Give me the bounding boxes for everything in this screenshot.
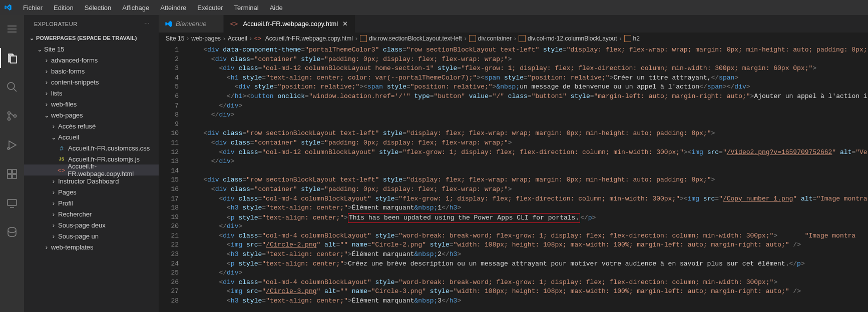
tab-Accueil.fr-FR.webpage.copy.html[interactable]: <>Accueil.fr-FR.webpage.copy.html✕ — [224, 15, 355, 32]
line-number: 24 — [159, 260, 179, 269]
code-line[interactable]: <div class="row sectionBlockLayout text-… — [188, 176, 868, 185]
code-line[interactable]: <div class="row sectionBlockLayout text-… — [188, 129, 868, 138]
menu-bar: FichierEditionSélectionAffichageAtteindr… — [18, 2, 288, 14]
tree-file-Accueil.fr-FR.customcss.css[interactable]: #Accueil.fr-FR.customcss.css — [24, 142, 159, 154]
code-line[interactable]: <div style="position: relative;"><span s… — [188, 82, 868, 92]
tree-folder-basic-forms[interactable]: ›basic-forms — [24, 66, 159, 76]
menu-fichier[interactable]: Fichier — [18, 2, 48, 14]
line-number: 19 — [159, 213, 179, 222]
breadcrumb-Accueil[interactable]: Accueil — [228, 35, 247, 42]
tree-folder-root[interactable]: ⌄Site 15 — [24, 44, 159, 54]
code-line[interactable]: <p style="text-align: center;">This has … — [188, 213, 868, 222]
tree-folder-lists[interactable]: ›lists — [24, 88, 159, 98]
code-line[interactable]: <h3 style="text-align: center;">Élément … — [188, 296, 868, 306]
line-number: 8 — [159, 110, 179, 120]
code-line[interactable]: <img src="/Circle-3.png" alt="" name="Ci… — [188, 287, 868, 296]
menu-atteindre[interactable]: Atteindre — [155, 2, 191, 14]
breadcrumb-separator-icon: › — [620, 35, 622, 42]
menu-edition[interactable]: Edition — [49, 2, 79, 14]
chevron-right-icon: › — [50, 210, 57, 218]
tree-folder-Accès refusé[interactable]: ›Accès refusé — [24, 120, 159, 132]
run-debug-icon[interactable] — [0, 135, 24, 155]
code-line[interactable]: <div class="col-md-4 columnBlockLayout" … — [188, 232, 868, 241]
code-line[interactable]: <div class="col-md-12 columnBlockLayout … — [188, 64, 868, 74]
power-platform-icon[interactable] — [0, 222, 24, 242]
line-number: 26 — [159, 278, 179, 288]
workspace-header[interactable]: ⌄POWERPAGES (ESPACE DE TRAVAIL) — [24, 32, 159, 44]
breadcrumb-web-pages[interactable]: web-pages — [191, 35, 221, 42]
breadcrumb-h2[interactable]: h2 — [624, 35, 640, 42]
code-line[interactable] — [188, 166, 868, 176]
menu-aide[interactable]: Aide — [265, 2, 288, 14]
svg-point-4 — [8, 148, 10, 150]
code-line[interactable]: <div class="col-md-4 columnBlockLayout" … — [188, 194, 868, 204]
tree-folder-web-files[interactable]: ›web-files — [24, 98, 159, 110]
tree-folder-advanced-forms[interactable]: ›advanced-forms — [24, 54, 159, 66]
tree-folder-web-templates[interactable]: ›web-templates — [24, 242, 159, 252]
menu-terminal[interactable]: Terminal — [229, 2, 264, 14]
tree-folder-content-snippets[interactable]: ›content-snippets — [24, 76, 159, 88]
code-line[interactable]: </div> — [188, 222, 868, 232]
code-line[interactable]: <div class="container" style="padding: 0… — [188, 138, 868, 148]
code-line[interactable]: <p style="text-align: center;">Créez une… — [188, 260, 868, 269]
line-number: 11 — [159, 138, 179, 148]
tree-folder-Profil[interactable]: ›Profil — [24, 198, 159, 208]
line-number: 10 — [159, 129, 179, 138]
editor-area: Bienvenue✕<>Accueil.fr-FR.webpage.copy.h… — [159, 15, 868, 312]
code-line[interactable]: <div data-component-theme="portalThemeCo… — [188, 46, 868, 55]
code-line[interactable]: </div> "Image montra — [188, 268, 868, 278]
svg-point-0 — [8, 82, 15, 90]
tree-folder-Rechercher[interactable]: ›Rechercher — [24, 208, 159, 220]
explorer-icon[interactable] — [0, 48, 24, 68]
tree-folder-Sous-page deux[interactable]: ›Sous-page deux — [24, 220, 159, 230]
code-line[interactable]: <div class="col-md-12 columnBlockLayout"… — [188, 148, 868, 158]
search-icon[interactable] — [0, 77, 24, 97]
chevron-right-icon: › — [43, 89, 50, 97]
more-actions-icon[interactable]: ⋯ — [144, 20, 150, 27]
tabs-bar: Bienvenue✕<>Accueil.fr-FR.webpage.copy.h… — [159, 15, 868, 32]
code-line[interactable]: </div> — [188, 157, 868, 166]
breadcrumbs[interactable]: Site 15›web-pages›Accueil›<>Accueil.fr-F… — [159, 32, 868, 44]
code-line[interactable]: <h1 style="text-align: center; color: va… — [188, 74, 868, 83]
code-line[interactable]: </div> — [188, 102, 868, 111]
source-control-icon[interactable] — [0, 106, 24, 126]
breadcrumb-separator-icon: › — [223, 35, 225, 42]
code-line[interactable]: <h3 style="text-align: center;">Élément … — [188, 250, 868, 260]
code-line[interactable] — [188, 120, 868, 130]
menu-exécuter[interactable]: Exécuter — [192, 2, 228, 14]
breadcrumb-div.row.sectionBlockLayout.text-left[interactable]: div.row.sectionBlockLayout.text-left — [360, 35, 462, 42]
code-content[interactable]: <div data-component-theme="portalThemeCo… — [188, 44, 868, 312]
tab-Bienvenue[interactable]: Bienvenue✕ — [159, 15, 224, 32]
breadcrumb-Accueil.fr-FR.webpage.copy.html[interactable]: <>Accueil.fr-FR.webpage.copy.html — [254, 35, 353, 42]
code-editor[interactable]: 1234567891011121314151617181920212223242… — [159, 44, 868, 312]
menu-icon[interactable] — [0, 19, 24, 39]
close-icon[interactable]: ✕ — [341, 20, 349, 28]
remote-icon[interactable] — [0, 193, 24, 213]
code-line[interactable]: </div> — [188, 110, 868, 120]
code-line[interactable]: </h1><button onclick="window.location.hr… — [188, 92, 868, 102]
line-number: 25 — [159, 268, 179, 278]
css-file-icon: # — [57, 144, 66, 152]
code-line[interactable]: <h3 style="text-align: center;">Élément … — [188, 204, 868, 213]
chevron-right-icon: › — [50, 122, 57, 130]
svg-point-1 — [8, 112, 11, 114]
html-file-icon: <> — [254, 35, 261, 42]
chevron-down-icon: ⌄ — [28, 34, 35, 42]
menu-sélection[interactable]: Sélection — [80, 2, 116, 14]
tree-folder-Pages[interactable]: ›Pages — [24, 186, 159, 198]
breadcrumb-Site 15[interactable]: Site 15 — [166, 35, 184, 42]
extensions-icon[interactable] — [0, 164, 24, 184]
code-line[interactable]: <div class="container" style="padding: 0… — [188, 55, 868, 64]
sidebar-header: EXPLORATEUR ⋯ — [24, 15, 159, 32]
menu-affichage[interactable]: Affichage — [117, 2, 154, 14]
breadcrumb-div.container[interactable]: div.container — [469, 35, 512, 42]
code-line[interactable]: <img src="/Circle-2.png" alt="" name="Ci… — [188, 240, 868, 250]
tree-folder-web-pages[interactable]: ⌄web-pages — [24, 110, 159, 120]
code-line[interactable]: <div class="container" style="padding: 0… — [188, 185, 868, 194]
tree-folder-accueil[interactable]: ⌄Accueil — [24, 132, 159, 142]
breadcrumb-div.col-md-12.columnBlockLayout[interactable]: div.col-md-12.columnBlockLayout — [519, 35, 617, 42]
code-line[interactable]: <div class="col-md-4 columnBlockLayout" … — [188, 278, 868, 288]
line-gutter: 1234567891011121314151617181920212223242… — [159, 44, 188, 312]
tree-file-Accueil.fr-FR.webpage.copy.html[interactable]: <>Accueil.fr-FR.webpage.copy.html — [24, 164, 159, 176]
tree-folder-Sous-page un[interactable]: ›Sous-page un — [24, 230, 159, 242]
